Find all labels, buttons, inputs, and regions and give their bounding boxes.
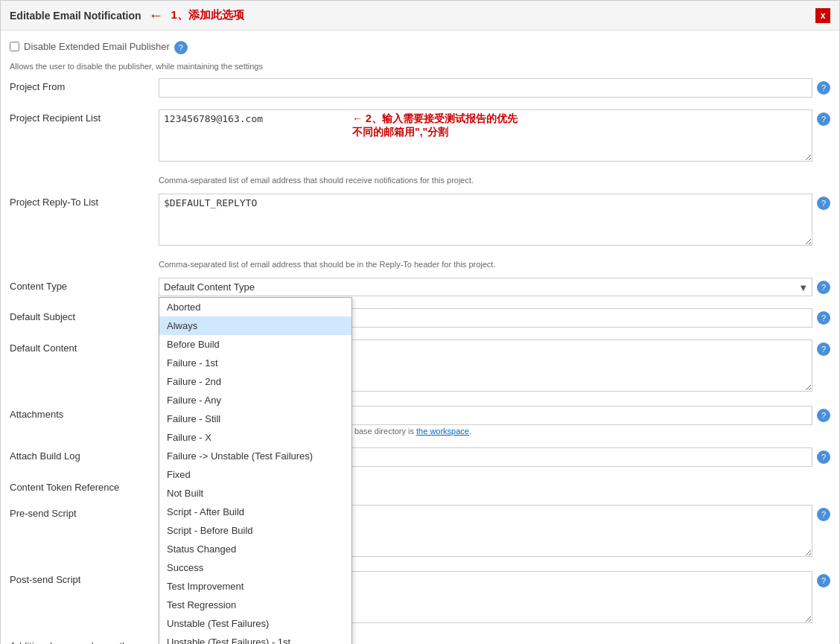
project-from-input[interactable] bbox=[159, 78, 812, 98]
dropdown-item-not-built[interactable]: Not Built bbox=[159, 484, 351, 503]
dropdown-item-failure-unstable[interactable]: Failure -> Unstable (Test Failures) bbox=[159, 447, 351, 465]
default-subject-label: Default Subject bbox=[10, 308, 159, 322]
dropdown-item-before-build[interactable]: Before Build bbox=[159, 335, 351, 354]
project-recipient-field: 123456789@163.com ← 2、输入需要接受测试报告的优先 不同的邮… bbox=[159, 109, 812, 164]
project-from-field bbox=[159, 78, 812, 98]
dropdown-item-failure-x[interactable]: Failure - X bbox=[159, 428, 351, 447]
project-recipient-help[interactable]: ? bbox=[817, 112, 830, 126]
dropdown-item-failure-still[interactable]: Failure - Still bbox=[159, 409, 351, 428]
default-content-label: Default Content bbox=[10, 339, 159, 354]
project-from-help[interactable]: ? bbox=[817, 81, 830, 95]
dropdown-item-test-improvement[interactable]: Test Improvement bbox=[159, 577, 351, 596]
header-bar: Editable Email Notification ← 1、添加此选项 x bbox=[1, 1, 839, 31]
content-type-row: Content Type Default Content Type ▼ Abor… bbox=[1, 275, 839, 299]
disable-checkbox[interactable] bbox=[10, 42, 19, 51]
default-subject-help[interactable]: ? bbox=[817, 311, 830, 325]
pre-send-label: Pre-send Script bbox=[10, 505, 159, 519]
dropdown-item-failure-2nd[interactable]: Failure - 2nd bbox=[159, 372, 351, 391]
dropdown-item-unstable[interactable]: Unstable (Test Failures) bbox=[159, 614, 351, 633]
attachments-help[interactable]: ? bbox=[817, 409, 830, 422]
post-send-label: Post-send Script bbox=[10, 571, 159, 585]
annotation1-text: 1、添加此选项 bbox=[171, 8, 244, 22]
project-replyto-input[interactable]: $DEFAULT_REPLYTO bbox=[159, 194, 812, 246]
pre-send-row: Pre-send Script ? bbox=[1, 502, 839, 562]
dropdown-item-fixed[interactable]: Fixed bbox=[159, 465, 351, 484]
dropdown-item-aborted[interactable]: Aborted bbox=[159, 298, 351, 316]
project-recipient-label: Project Recipient List bbox=[10, 109, 159, 124]
content-token-label: Content Token Reference bbox=[10, 479, 159, 493]
disable-label: Disable Extended Email Publisher bbox=[24, 41, 170, 52]
content-type-select-wrapper: Default Content Type ▼ bbox=[159, 278, 812, 296]
project-replyto-help[interactable]: ? bbox=[817, 197, 830, 210]
attachments-label: Attachments bbox=[10, 406, 159, 420]
main-container: Editable Email Notification ← 1、添加此选项 x … bbox=[0, 0, 840, 644]
recipient-hint: Comma-separated list of email address th… bbox=[1, 173, 839, 191]
content-token-row: Content Token Reference bbox=[1, 476, 839, 496]
disable-row: Disable Extended Email Publisher ? bbox=[10, 35, 830, 57]
dropdown-item-failure-any[interactable]: Failure - Any bbox=[159, 391, 351, 409]
arrow-annotation1: ← bbox=[149, 7, 164, 24]
attachments-row: Attachments Use @includes of Ant fileset… bbox=[1, 403, 839, 439]
trigger-dropdown: Aborted Always Before Build Failure - 1s… bbox=[159, 297, 352, 644]
dropdown-item-status-changed[interactable]: Status Changed bbox=[159, 540, 351, 558]
project-from-row: Project From ? bbox=[1, 75, 839, 101]
additional-groovy-label: Additional groovy classpath bbox=[10, 637, 159, 644]
attach-build-log-row: Attach Build Log ? bbox=[1, 444, 839, 470]
content-type-label: Content Type bbox=[10, 278, 159, 292]
close-button[interactable]: x bbox=[815, 8, 830, 23]
dropdown-item-unstable-1st[interactable]: Unstable (Test Failures) - 1st bbox=[159, 633, 351, 644]
replyto-hint: Comma-separated list of email address th… bbox=[1, 257, 839, 275]
workspace-link[interactable]: the workspace bbox=[416, 427, 469, 436]
attach-build-log-label: Attach Build Log bbox=[10, 447, 159, 462]
project-replyto-label: Project Reply-To List bbox=[10, 194, 159, 208]
form-section: Disable Extended Email Publisher ? Allow… bbox=[1, 31, 839, 75]
content-type-field: Default Content Type ▼ Aborted Always Be… bbox=[159, 278, 812, 296]
dropdown-item-test-regression[interactable]: Test Regression bbox=[159, 596, 351, 614]
dropdown-item-success[interactable]: Success bbox=[159, 558, 351, 577]
post-send-row: Post-send Script ? bbox=[1, 568, 839, 628]
dropdown-item-failure-1st[interactable]: Failure - 1st bbox=[159, 354, 351, 372]
header-title: Editable Email Notification bbox=[10, 10, 141, 22]
disable-help-icon[interactable]: ? bbox=[174, 41, 188, 54]
dropdown-item-script-after[interactable]: Script - After Build bbox=[159, 503, 351, 521]
content-type-select[interactable]: Default Content Type bbox=[159, 278, 812, 296]
dropdown-item-always[interactable]: Always bbox=[159, 316, 351, 335]
pre-send-help[interactable]: ? bbox=[817, 508, 830, 521]
project-replyto-field: $DEFAULT_REPLYTO bbox=[159, 194, 812, 248]
disable-hint: Allows the user to disable the publisher… bbox=[10, 62, 830, 71]
default-content-row: Default Content ? bbox=[1, 337, 839, 397]
dropdown-item-script-before[interactable]: Script - Before Build bbox=[159, 521, 351, 540]
project-replyto-row: Project Reply-To List $DEFAULT_REPLYTO ? bbox=[1, 191, 839, 251]
default-subject-row: Default Subject ? bbox=[1, 305, 839, 331]
post-send-help[interactable]: ? bbox=[817, 574, 830, 587]
default-content-help[interactable]: ? bbox=[817, 342, 830, 356]
content-type-help[interactable]: ? bbox=[817, 281, 830, 294]
project-recipient-input[interactable]: 123456789@163.com bbox=[159, 109, 812, 162]
project-from-label: Project From bbox=[10, 78, 159, 92]
attach-build-log-help[interactable]: ? bbox=[817, 450, 830, 464]
additional-groovy-row: Additional groovy classpath bbox=[1, 634, 839, 644]
project-recipient-row: Project Recipient List 123456789@163.com… bbox=[1, 106, 839, 167]
